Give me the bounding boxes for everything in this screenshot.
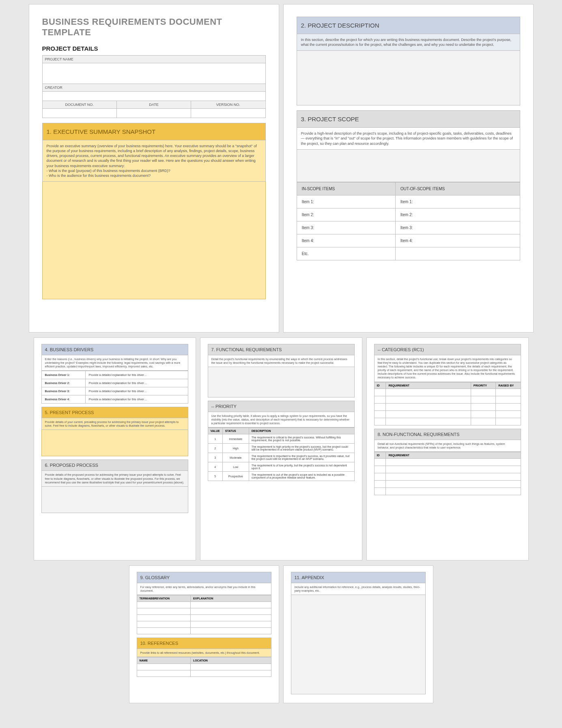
page-2: 2. PROJECT DESCRIPTION In this section, … <box>283 4 534 333</box>
cat-cell[interactable] <box>471 403 495 410</box>
project-name-label: PROJECT NAME <box>43 56 265 63</box>
glos-cell[interactable] <box>137 608 190 615</box>
glos-cell[interactable] <box>190 621 271 628</box>
nfr-cell[interactable] <box>374 487 386 495</box>
driver-value[interactable]: Provide a detailed explanation for this … <box>85 371 188 379</box>
cat-cell[interactable] <box>471 389 495 396</box>
ref-cell[interactable] <box>137 664 190 670</box>
cat-cell[interactable] <box>496 418 521 425</box>
nfr-cell[interactable] <box>386 480 521 487</box>
glos-cell[interactable] <box>137 602 190 608</box>
sec6-blank[interactable] <box>41 487 188 513</box>
cat-cell[interactable] <box>374 410 386 418</box>
driver-value[interactable]: Provide a detailed explanation for this … <box>85 379 188 387</box>
cat-cell[interactable] <box>374 389 386 396</box>
categories-body: In this section, detail the project's fu… <box>374 355 521 382</box>
nfr-cell[interactable] <box>386 473 521 480</box>
scope-cell[interactable]: Item 1: <box>297 195 395 208</box>
prio-value: 5 <box>208 472 222 481</box>
glos-cell[interactable] <box>190 608 271 615</box>
cat-col-raisedby: RAISED BY <box>496 382 521 389</box>
sec5-blank[interactable] <box>41 430 188 456</box>
ref-cell[interactable] <box>190 670 271 677</box>
sec1-blank[interactable] <box>42 182 266 299</box>
cat-cell[interactable] <box>386 418 471 425</box>
glos-cell[interactable] <box>137 628 190 634</box>
prio-status: High <box>222 444 249 453</box>
date-value[interactable] <box>117 109 191 118</box>
scope-cell[interactable]: Item 4: <box>395 234 520 247</box>
prio-desc: The requirement is critical to the proje… <box>249 434 354 444</box>
driver-label: Business Driver 2: <box>41 379 85 387</box>
scope-cell[interactable]: Etc. <box>297 247 395 260</box>
cat-cell[interactable] <box>471 410 495 418</box>
date-label: DATE <box>117 101 191 108</box>
driver-value[interactable]: Provide a detailed explanation for this … <box>85 387 188 395</box>
scope-cell[interactable]: Item 4: <box>297 234 395 247</box>
prio-col-desc: DESCRIPTION <box>249 428 354 434</box>
ref-cell[interactable] <box>190 664 271 670</box>
page-1: BUSINESS REQUIREMENTS DOCUMENT TEMPLATE … <box>29 4 279 333</box>
nfr-cell[interactable] <box>374 466 386 473</box>
doc-no-value[interactable] <box>43 109 117 118</box>
cat-cell[interactable] <box>471 396 495 403</box>
driver-value[interactable]: Provide a detailed explanation for this … <box>85 395 188 404</box>
sec11-header: 11. APPENDIX <box>291 572 426 583</box>
project-name-value[interactable] <box>43 63 265 84</box>
ref-col-name: NAME <box>137 657 190 664</box>
prio-value: 1 <box>208 434 222 444</box>
sec2-blank[interactable] <box>297 51 520 105</box>
sec9-body: For easy reference, enter any terms, abb… <box>137 583 271 595</box>
glos-cell[interactable] <box>137 621 190 628</box>
scope-cell[interactable] <box>395 247 520 260</box>
scope-cell[interactable]: Item 2: <box>297 208 395 221</box>
cat-cell[interactable] <box>496 396 521 403</box>
drivers-table: Business Driver 1:Provide a detailed exp… <box>41 371 188 404</box>
ref-cell[interactable] <box>137 670 190 677</box>
nfr-cell[interactable] <box>386 487 521 495</box>
sec3-blank[interactable] <box>297 150 520 182</box>
nfr-cell[interactable] <box>374 458 386 466</box>
prio-value: 3 <box>208 453 222 462</box>
glos-cell[interactable] <box>137 615 190 621</box>
cat-cell[interactable] <box>374 418 386 425</box>
categories-table: ID REQUIREMENT PRIORITY RAISED BY <box>374 382 521 425</box>
cat-cell[interactable] <box>496 389 521 396</box>
nfr-cell[interactable] <box>386 466 521 473</box>
doc-meta-header: DOCUMENT NO. DATE VERSION NO. <box>42 101 266 109</box>
in-scope-header: IN-SCOPE ITEMS <box>297 182 395 195</box>
cat-cell[interactable] <box>374 396 386 403</box>
nfr-table: ID REQUIREMENT <box>374 452 521 495</box>
glos-cell[interactable] <box>190 602 271 608</box>
glos-col-term: TERM/ABBREVIATION <box>137 595 190 602</box>
sec2-header: 2. PROJECT DESCRIPTION <box>297 17 520 34</box>
cat-cell[interactable] <box>386 396 471 403</box>
driver-label: Business Driver 1: <box>41 371 85 379</box>
creator-value[interactable] <box>43 92 265 101</box>
version-label: VERSION NO. <box>191 101 265 108</box>
cat-cell[interactable] <box>496 410 521 418</box>
cat-cell[interactable] <box>386 403 471 410</box>
nfr-cell[interactable] <box>386 458 521 466</box>
cat-cell[interactable] <box>374 403 386 410</box>
cat-cell[interactable] <box>386 389 471 396</box>
version-value[interactable] <box>191 109 265 118</box>
glos-cell[interactable] <box>190 615 271 621</box>
scope-cell[interactable]: Item 2: <box>395 208 520 221</box>
page-7: 11. APPENDIX Include any additional info… <box>283 565 433 703</box>
nfr-cell[interactable] <box>374 473 386 480</box>
cat-cell[interactable] <box>496 403 521 410</box>
scope-cell[interactable]: Item 1: <box>395 195 520 208</box>
cat-cell[interactable] <box>386 410 471 418</box>
sec11-blank[interactable] <box>291 595 426 694</box>
scope-cell[interactable]: Item 3: <box>395 221 520 234</box>
nfr-cell[interactable] <box>374 480 386 487</box>
page-5: -- CATEGORIES (RC1) In this section, det… <box>366 337 529 560</box>
sec7-blank[interactable] <box>208 367 355 397</box>
priority-header: -- PRIORITY <box>208 401 355 412</box>
cat-cell[interactable] <box>471 418 495 425</box>
scope-cell[interactable]: Item 3: <box>297 221 395 234</box>
cat-col-priority: PRIORITY <box>471 382 495 389</box>
glos-cell[interactable] <box>190 628 271 634</box>
cat-col-id: ID <box>374 382 386 389</box>
